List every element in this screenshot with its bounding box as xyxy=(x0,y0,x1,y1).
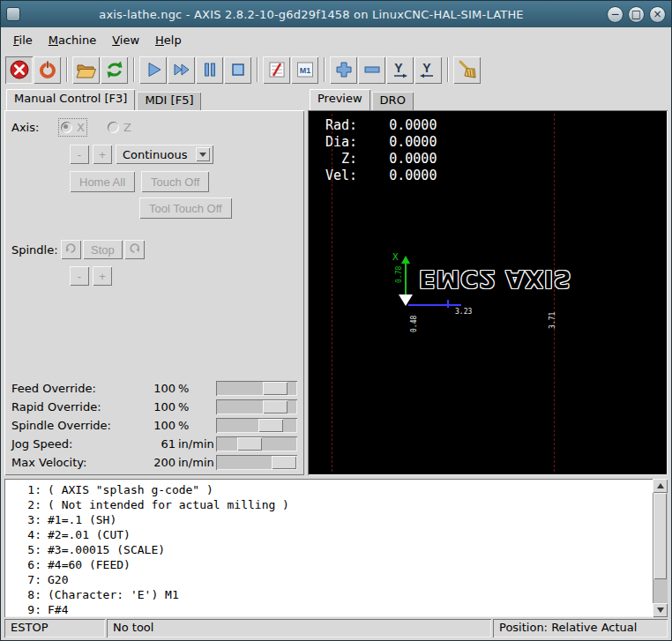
tool-touch-off-button[interactable]: Tool Touch Off xyxy=(139,198,232,219)
menu-machine[interactable]: Machine xyxy=(41,29,104,51)
jog-mode-combobox[interactable]: Continuous xyxy=(116,145,213,164)
spindle-override-label: Spindle Override: xyxy=(11,419,138,432)
axis-z-radio-group[interactable]: Z xyxy=(108,121,131,134)
toggle-optional-pause-button[interactable]: M1 xyxy=(291,56,318,84)
max-velocity-unit: in/min xyxy=(175,456,216,469)
view-y-button[interactable]: Y xyxy=(386,56,414,84)
minimize-button[interactable]: − xyxy=(607,6,623,23)
tab-manual-control[interactable]: Manual Control [F3] xyxy=(6,89,135,110)
jog-plus-button[interactable]: + xyxy=(93,145,112,164)
zoom-in-button[interactable] xyxy=(330,56,357,84)
gcode-scrollbar[interactable] xyxy=(653,479,668,617)
gcode-line[interactable]: 5:#3=.00015 (SCALE) xyxy=(4,542,652,557)
z-axis-line xyxy=(408,304,461,306)
gcode-line[interactable]: 4:#2=.01 (CUT) xyxy=(4,527,652,542)
axis-x-radio[interactable] xyxy=(61,122,72,133)
gcode-line[interactable]: 6:#4=60 (FEED) xyxy=(4,557,652,572)
gcode-line[interactable]: 9:F#4 xyxy=(4,602,652,617)
jog-speed-handle[interactable] xyxy=(237,437,262,451)
jog-mode-value: Continuous xyxy=(123,148,187,161)
spindle-override-slider[interactable] xyxy=(216,418,297,433)
view-y2-button[interactable]: Y xyxy=(414,56,442,84)
splash-toolpath-text: EMC2 AXIS xyxy=(419,265,572,293)
jog-speed-slider[interactable] xyxy=(216,436,297,451)
rapid-override-handle[interactable] xyxy=(263,400,287,414)
z-axis-tick xyxy=(447,300,449,308)
scrollbar-thumb[interactable] xyxy=(653,493,667,579)
view-y-icon: Y xyxy=(390,59,411,80)
gcode-line[interactable]: 2:( Not intended for actual milling ) xyxy=(4,497,652,512)
spindle-reverse-button[interactable] xyxy=(61,240,81,259)
run-icon xyxy=(143,59,164,80)
spindle-override-value: 100 xyxy=(138,419,175,432)
spindle-forward-button[interactable] xyxy=(124,240,145,259)
soft-limit-line-right xyxy=(554,114,555,472)
preview-canvas[interactable]: Rad: 0.0000Dia: 0.0000 Z: 0.0000Vel: 0.0… xyxy=(308,110,668,475)
gcode-line[interactable]: 3:#1=.1 (SH) xyxy=(4,512,652,527)
combo-arrow-button[interactable] xyxy=(196,147,210,161)
open-file-button[interactable] xyxy=(72,56,100,84)
estop-button[interactable] xyxy=(5,56,33,84)
gcode-line-text: #2=.01 (CUT) xyxy=(41,527,131,542)
spindle-override-handle[interactable] xyxy=(258,419,283,432)
touch-off-button[interactable]: Touch Off xyxy=(141,171,209,192)
feed-override-handle[interactable] xyxy=(263,382,287,395)
scroll-down-button[interactable] xyxy=(653,603,668,617)
rapid-override-label: Rapid Override: xyxy=(11,400,138,414)
feed-override-value: 100 xyxy=(138,382,175,395)
arrow-down-icon xyxy=(657,607,664,613)
menu-view[interactable]: View xyxy=(104,29,147,51)
max-velocity-label: Max Velocity: xyxy=(11,456,138,469)
toggle-skip-lines-button[interactable] xyxy=(263,56,290,84)
clear-plot-button[interactable] xyxy=(453,56,481,84)
run-button[interactable] xyxy=(139,56,167,84)
toolbar-separator xyxy=(447,57,449,82)
gcode-line-text: (Character: 'E') M1 xyxy=(41,587,179,602)
tab-mdi[interactable]: MDI [F5] xyxy=(137,92,201,110)
pause-button[interactable] xyxy=(196,56,223,84)
reload-file-button[interactable] xyxy=(101,56,128,84)
machine-power-button[interactable] xyxy=(34,56,61,84)
jog-minus-button[interactable]: - xyxy=(70,145,89,164)
menu-file[interactable]: File xyxy=(5,29,41,51)
gcode-line[interactable]: 7:G20 xyxy=(4,572,652,587)
axis-x-radio-group[interactable]: X xyxy=(61,121,85,134)
spindle-row: Spindle: Stop xyxy=(11,240,297,259)
zoom-out-button[interactable] xyxy=(358,56,385,84)
feed-override-unit: % xyxy=(175,382,216,395)
manual-control-panel: Axis: X Z - + Continuous xyxy=(4,110,304,475)
zoom-out-icon xyxy=(362,59,383,80)
titlebar[interactable]: axis-lathe.ngc - AXIS 2.8.2-10-g6d29f145… xyxy=(1,1,671,27)
spindle-plus-button[interactable]: + xyxy=(93,266,112,286)
zoom-in-icon xyxy=(333,59,355,80)
feed-override-slider[interactable] xyxy=(216,381,297,396)
chevron-down-icon xyxy=(199,153,206,157)
spindle-minus-button[interactable]: - xyxy=(70,266,89,286)
scroll-up-button[interactable] xyxy=(653,479,668,493)
max-velocity-handle[interactable] xyxy=(272,456,296,469)
menu-help[interactable]: Help xyxy=(147,29,190,51)
window-menu-icon[interactable] xyxy=(6,7,20,21)
tab-dro[interactable]: DRO xyxy=(372,92,414,110)
maximize-button[interactable]: □ xyxy=(628,6,645,23)
feed-override-label: Feed Override: xyxy=(11,382,138,395)
gcode-line[interactable]: 1:( AXIS "splash g-code" ) xyxy=(4,482,652,497)
toolbar-separator xyxy=(133,57,135,82)
spindle-override-row: Spindle Override: 100 % xyxy=(11,416,297,435)
axis-z-radio[interactable] xyxy=(108,122,119,133)
home-all-button[interactable]: Home All xyxy=(70,171,135,192)
spindle-stop-button[interactable]: Stop xyxy=(83,240,123,259)
close-button[interactable]: × xyxy=(649,6,666,23)
stop-button[interactable] xyxy=(224,56,251,84)
max-velocity-slider[interactable] xyxy=(216,455,297,470)
step-button[interactable] xyxy=(168,56,195,84)
tab-preview[interactable]: Preview xyxy=(310,89,370,110)
gcode-listing[interactable]: 1:( AXIS "splash g-code" ) 2:( Not inten… xyxy=(4,479,668,617)
max-velocity-value: 200 xyxy=(138,456,175,469)
spindle-ccw-icon xyxy=(64,242,78,255)
rapid-override-unit: % xyxy=(175,400,216,414)
gcode-line[interactable]: 8:(Character: 'E') M1 xyxy=(4,587,652,602)
scrollbar-trough[interactable] xyxy=(653,493,668,603)
rapid-override-slider[interactable] xyxy=(216,399,297,414)
window-title: axis-lathe.ngc - AXIS 2.8.2-10-g6d29f145… xyxy=(20,8,602,21)
